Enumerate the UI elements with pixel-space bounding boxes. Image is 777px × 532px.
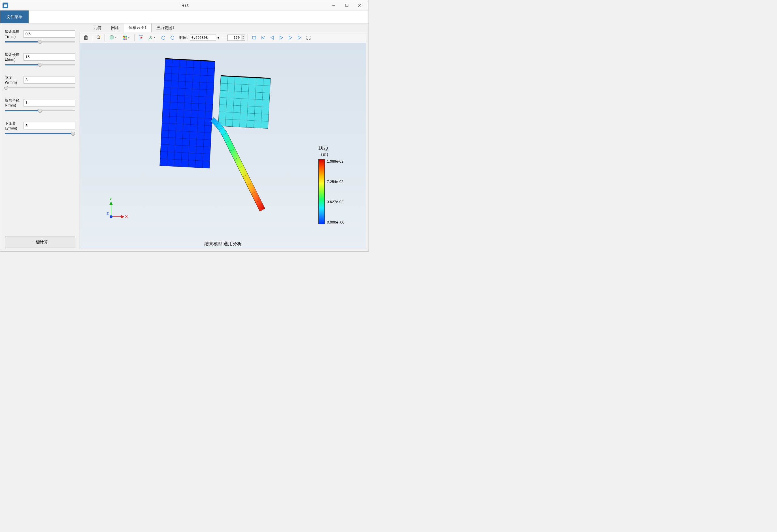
titlebar: Test [0,0,368,10]
frame-spinner[interactable]: ▲ ▼ [227,34,245,41]
window-title: Test [180,3,189,7]
param-group: 钣金厚度T(mm) [5,29,75,52]
axis-view-button[interactable]: z ▼ [146,34,158,42]
rotate-cw-button[interactable] [159,34,167,42]
expand-button[interactable] [305,34,313,42]
calculate-button[interactable]: 一键计算 [5,236,75,248]
param-label: 宽度W(mm) [5,75,21,84]
pick-button[interactable] [94,34,102,42]
camcorder-icon [252,36,256,40]
param-input-thickness[interactable] [23,30,75,38]
prev-frame-button[interactable] [268,34,276,42]
svg-rect-18 [124,38,125,40]
rotate-ccw-icon [170,35,174,40]
color-mode-button[interactable]: ▼ [120,34,132,42]
param-slider-thickness[interactable] [5,41,75,42]
legend-tick: 7.254e-03 [327,180,344,184]
tab-geometry[interactable]: 几何 [89,23,106,32]
svg-line-9 [99,38,100,40]
fit-icon [139,35,143,40]
axis-icon: z [148,35,153,40]
viewport-3d[interactable]: X Y Z Disp （m） 1.088e-02 7 [80,43,366,249]
param-label: 折弯半径R(mm) [5,98,21,107]
svg-rect-11 [123,36,124,37]
menu-file[interactable]: 文件菜单 [0,10,29,23]
dash-separator: – [223,36,225,40]
app-icon [3,3,8,8]
frame-down-button[interactable]: ▼ [241,38,245,40]
param-input-depth[interactable] [23,122,75,129]
tab-disp-contour[interactable]: 位移云图1 [124,23,151,32]
play-icon [279,36,283,40]
step-back-icon [270,36,274,40]
rotate-cw-icon [161,35,165,40]
close-button[interactable] [353,1,366,10]
camera-icon [84,35,88,40]
tab-bar: 几何 网格 位移云图1 应力云图1 [80,23,366,32]
legend-tick: 3.627e-03 [327,200,344,204]
svg-rect-19 [125,38,127,40]
viewport-footer-text: 结果模型:通用分析 [204,241,242,247]
legend-ticks: 1.088e-02 7.254e-03 3.627e-03 0.000e+00 [327,159,344,224]
legend-tick: 0.000e+00 [327,220,344,224]
param-input-length[interactable] [23,53,75,61]
svg-rect-1 [346,4,348,6]
legend-title: Disp [318,145,358,151]
viewport-toolbar: ▼ ▼ z [80,32,366,43]
shade-mode-button[interactable]: ▼ [107,34,119,42]
svg-rect-13 [125,36,127,37]
magnify-bolt-icon [96,35,100,40]
rubik-icon [122,35,127,40]
legend-colorbar [318,159,325,224]
time-input[interactable] [190,34,216,41]
frame-up-button[interactable]: ▲ [241,35,245,38]
body: 钣金厚度T(mm) 钣金长度L(mm) 宽度W(mm) [0,23,368,251]
record-button[interactable] [250,34,258,42]
sidebar: 钣金厚度T(mm) 钣金长度L(mm) 宽度W(mm) [0,23,80,251]
svg-point-72 [110,215,112,218]
first-frame-button[interactable] [259,34,267,42]
axis-x-label: X [125,214,128,219]
axis-y-label: Y [109,197,112,201]
chevron-down-icon[interactable]: ▼ [217,36,220,40]
svg-rect-22 [252,36,256,39]
svg-text:z: z [151,35,152,37]
tab-stress-contour[interactable]: 应力云图1 [151,23,179,32]
param-label: 钣金长度L(mm) [5,52,21,62]
svg-rect-12 [124,36,125,37]
param-slider-depth[interactable] [5,133,75,134]
main-panel: 几何 网格 位移云图1 应力云图1 [80,23,368,251]
fit-view-button[interactable] [137,34,145,42]
svg-rect-15 [124,37,125,38]
canvas-area: ▼ ▼ z [80,32,366,249]
window-controls [327,1,366,10]
chevron-down-icon: ▼ [115,36,117,39]
param-group: 宽度W(mm) [5,75,75,98]
tab-mesh[interactable]: 网格 [106,23,124,32]
svg-point-8 [97,36,100,38]
rotate-ccw-button[interactable] [168,34,176,42]
color-legend: Disp （m） 1.088e-02 7.254e-03 3.627e-03 0… [318,145,358,224]
svg-rect-45 [218,76,270,129]
param-input-width[interactable] [23,76,75,84]
param-input-radius[interactable] [23,99,75,107]
param-slider-length[interactable] [5,64,75,66]
param-slider-width[interactable] [5,87,75,88]
minimize-button[interactable] [327,1,340,10]
last-frame-button[interactable] [296,34,303,42]
param-slider-radius[interactable] [5,110,75,111]
svg-point-6 [86,37,87,38]
legend-subtitle: （m） [318,151,358,157]
frame-input[interactable] [228,35,241,40]
expand-icon [307,36,311,40]
chevron-down-icon: ▼ [128,36,130,39]
maximize-button[interactable] [340,1,353,10]
param-group: 钣金长度L(mm) [5,52,75,75]
menubar: 文件菜单 [0,10,368,23]
skip-first-icon [261,36,265,40]
next-frame-button[interactable] [287,34,294,42]
svg-rect-17 [123,38,124,40]
play-button[interactable] [277,34,285,42]
axis-z-label: Z [107,212,109,216]
snapshot-button[interactable] [82,34,90,42]
